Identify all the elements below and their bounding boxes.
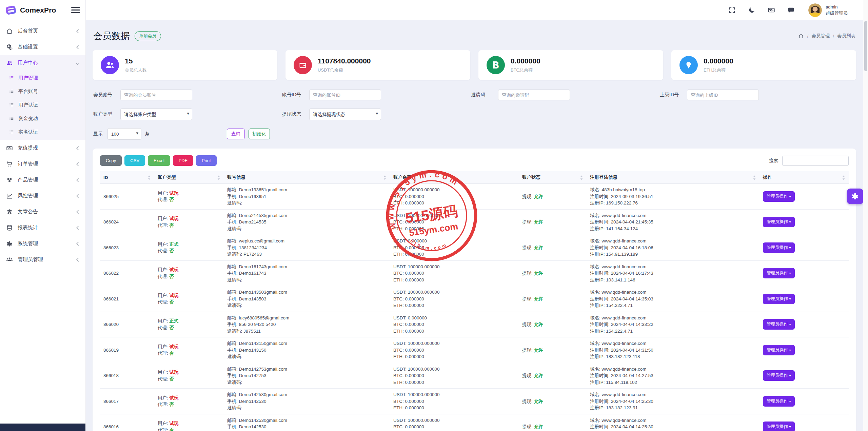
admin-actions-button[interactable]: 管理员操作▾ xyxy=(763,268,795,278)
export-excel-button[interactable]: Excel xyxy=(148,155,170,166)
filter-input-上级ID号[interactable] xyxy=(687,90,759,100)
home-icon xyxy=(6,28,13,35)
filter-label: 会员账号 xyxy=(93,92,120,98)
cell-actions: 管理员操作▾ xyxy=(760,184,849,210)
sidebar-item-管理员管理[interactable]: 管理员管理 xyxy=(0,252,85,268)
sidebar-subitem-实名认证[interactable]: 实名认证 xyxy=(0,125,85,139)
product-icon xyxy=(6,177,13,183)
cell-register-info: 域名: www.qdd-finance.com注册时间: 2024-04-04 … xyxy=(587,312,760,337)
admin-actions-button[interactable]: 管理员操作▾ xyxy=(763,191,795,202)
sidebar-item-订单管理[interactable]: 订单管理 xyxy=(0,156,85,172)
search-input[interactable] xyxy=(782,156,849,166)
filter-select-提现状态[interactable]: 请选择提现状态 xyxy=(309,109,381,120)
column-header-账户状态[interactable]: 账户状态 xyxy=(519,171,587,184)
admin-actions-button[interactable]: 管理员操作▾ xyxy=(763,345,795,355)
money-icon[interactable] xyxy=(768,6,775,14)
dark-mode-moon-icon[interactable] xyxy=(748,6,755,14)
cell-account-type: 用户: 正式代理: 否 xyxy=(154,235,224,261)
page-size-label: 显示 xyxy=(93,131,103,137)
filter-select-账户类型[interactable]: 请选择账户类型 xyxy=(120,109,192,120)
admin-actions-button[interactable]: 管理员操作▾ xyxy=(763,319,795,330)
admin-actions-button[interactable]: 管理员操作▾ xyxy=(763,370,795,381)
gear-icon xyxy=(851,192,859,200)
admin-actions-button[interactable]: 管理员操作▾ xyxy=(763,294,795,304)
caret-down-icon: ▾ xyxy=(789,374,791,377)
table-row: 866025 用户: 试玩代理: 否 邮箱: Demo193651gmail.c… xyxy=(100,184,849,210)
brand-logo-icon xyxy=(5,4,17,16)
admin-actions-button[interactable]: 管理员操作▾ xyxy=(763,217,795,227)
breadcrumb-item-member-list[interactable]: 会员列表 xyxy=(837,33,855,39)
caret-down-icon: ▾ xyxy=(789,399,791,403)
column-header-label: 账户类型 xyxy=(158,174,176,180)
breadcrumb-separator: / xyxy=(807,34,808,39)
sidebar-item-后台首页[interactable]: 后台首页 xyxy=(0,23,85,39)
export-csv-button[interactable]: CSV xyxy=(124,155,145,166)
stat-value: 1107840.000000 xyxy=(318,57,371,65)
sidebar-subitem-用户管理[interactable]: 用户管理 xyxy=(0,71,85,84)
user-menu[interactable]: admin 超级管理员 xyxy=(808,3,848,17)
filter-input-会员账号[interactable] xyxy=(120,90,192,100)
column-header-账户余额[interactable]: 账户余额 xyxy=(390,171,519,184)
reset-button[interactable]: 初始化 xyxy=(249,129,270,139)
export-pdf-button[interactable]: PDF xyxy=(173,155,193,166)
cell-register-info: 域名: www.qdd-finance.com注册时间: 2024-04-04 … xyxy=(587,209,760,235)
add-member-button[interactable]: 添加会员 xyxy=(135,31,161,41)
page-size-select[interactable]: 100 xyxy=(107,128,141,140)
admin-actions-button[interactable]: 管理员操作▾ xyxy=(763,396,795,407)
export-print-button[interactable]: Print xyxy=(196,155,217,166)
sidebar-item-风控管理[interactable]: 风控管理 xyxy=(0,188,85,204)
query-button[interactable]: 查询 xyxy=(227,129,245,139)
sidebar-subitem-label: 资金变动 xyxy=(18,115,38,122)
column-header-label: ID xyxy=(103,175,108,180)
stat-cards: 15 会员总人数 1107840.000000 USDT总余额 B 0.0000… xyxy=(93,50,856,80)
fullscreen-icon[interactable] xyxy=(728,6,736,14)
settings-gear-button[interactable] xyxy=(847,189,863,204)
sidebar-item-基础设置[interactable]: 基础设置 xyxy=(0,39,85,55)
sidebar-item-产品管理[interactable]: 产品管理 xyxy=(0,172,85,188)
list-icon xyxy=(9,129,14,135)
stat-card-BTC总余额: B 0.000000 BTC总余额 xyxy=(478,50,663,80)
sort-icon xyxy=(753,175,756,180)
column-header-账户类型[interactable]: 账户类型 xyxy=(154,171,224,184)
cell-account-status: 提现: 允许 xyxy=(519,184,587,210)
column-header-操作[interactable]: 操作 xyxy=(760,171,849,184)
column-header-账号信息[interactable]: 账号信息 xyxy=(224,171,390,184)
admin-actions-button[interactable]: 管理员操作▾ xyxy=(763,242,795,253)
home-icon[interactable] xyxy=(798,33,804,39)
hamburger-menu-icon[interactable] xyxy=(71,7,80,13)
users-icon xyxy=(6,60,13,66)
list-icon xyxy=(9,102,14,107)
cell-register-info: 域名: 483h.haiwaiym18.top注册时间: 2024-09-03 … xyxy=(587,184,760,210)
sidebar-item-用户中心[interactable]: 用户中心 xyxy=(0,55,85,71)
cell-account-info: 邮箱: Demo143503gmail.com手机: Demo143503邀请码… xyxy=(224,286,390,312)
brand-name: ComexPro xyxy=(20,6,56,14)
breadcrumb-item-member-management[interactable]: 会员管理 xyxy=(811,33,830,39)
gears-icon xyxy=(6,44,13,51)
cell-id: 866020 xyxy=(100,312,154,337)
column-header-注册登陆信息[interactable]: 注册登陆信息 xyxy=(587,171,760,184)
cell-account-info: 邮箱: Demo161743gmail.com手机: Demo161743邀请码… xyxy=(224,260,390,286)
column-header-ID[interactable]: ID xyxy=(100,171,154,184)
sidebar-subitem-资金变动[interactable]: 资金变动 xyxy=(0,112,85,125)
export-copy-button[interactable]: Copy xyxy=(100,155,122,166)
sidebar-subitem-平台账号[interactable]: 平台账号 xyxy=(0,84,85,98)
sidebar-item-label: 订单管理 xyxy=(18,161,38,167)
sidebar-item-报表统计[interactable]: 报表统计 xyxy=(0,220,85,236)
chat-icon[interactable] xyxy=(787,6,795,14)
table-row: 866019 用户: 试玩代理: 否 邮箱: Demo143150gmail.c… xyxy=(100,337,849,363)
scrollbar-track[interactable] xyxy=(863,0,868,431)
sort-icon xyxy=(217,175,220,180)
filter-input-账号ID号[interactable] xyxy=(309,90,381,100)
filter-select-wrap: 请选择提现状态 xyxy=(309,109,381,120)
cell-account-type: 用户: 试玩代理: 否 xyxy=(154,389,224,414)
filter-input-邀请码[interactable] xyxy=(498,90,570,100)
gear-icon xyxy=(6,240,13,247)
admin-actions-button[interactable]: 管理员操作▾ xyxy=(763,422,795,431)
sidebar: ComexPro 后台首页 基础设置 用户中心 用户管理 平台账号 用户认证 资… xyxy=(0,0,86,431)
cell-id: 866019 xyxy=(100,337,154,363)
scrollbar-thumb[interactable] xyxy=(864,21,867,71)
sidebar-item-文章公告[interactable]: 文章公告 xyxy=(0,204,85,220)
sidebar-item-系统管理[interactable]: 系统管理 xyxy=(0,236,85,252)
sidebar-item-充值提现[interactable]: 充值提现 xyxy=(0,140,85,156)
sidebar-subitem-用户认证[interactable]: 用户认证 xyxy=(0,98,85,112)
